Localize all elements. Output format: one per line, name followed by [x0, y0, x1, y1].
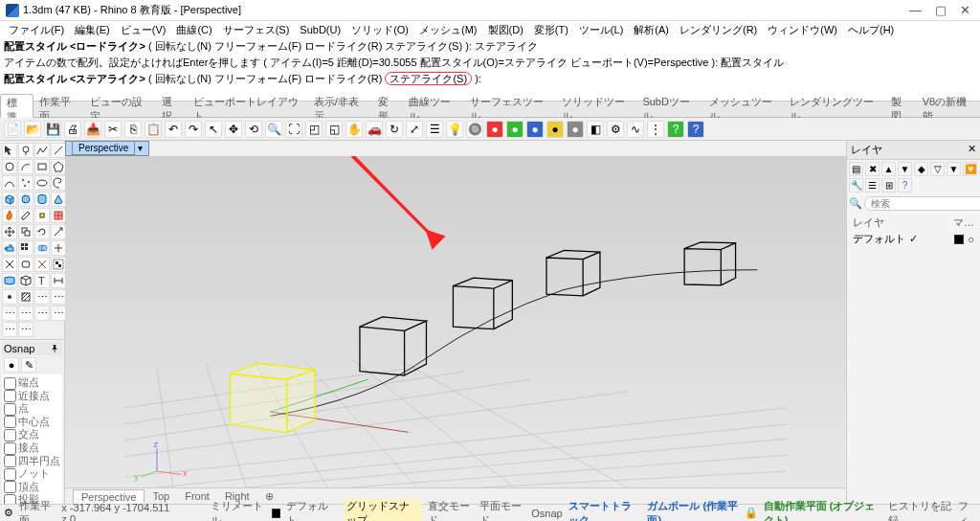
tool-box-icon[interactable] — [2, 192, 17, 207]
tool-bool-icon[interactable] — [34, 240, 50, 256]
zoomwin-icon[interactable]: ◱ — [325, 121, 343, 138]
tool-array-icon[interactable] — [18, 240, 33, 256]
tool-rot-icon[interactable] — [34, 224, 50, 239]
status-autocplane[interactable]: 自動作業平面 (オブジェクト) — [764, 499, 882, 522]
print-icon[interactable]: 🖨 — [64, 121, 81, 138]
layers-icon[interactable]: ☰ — [426, 121, 443, 138]
lp-wrench-icon[interactable]: 🔧 — [849, 178, 863, 193]
tool-text-icon[interactable]: T — [34, 273, 50, 288]
layer-search-input[interactable] — [864, 196, 980, 211]
tool-dim-icon[interactable] — [51, 273, 66, 288]
menu-mesh[interactable]: メッシュ(M) — [414, 22, 482, 38]
tool-more8[interactable]: ⋯ — [18, 322, 33, 337]
tool-hatch-icon[interactable] — [18, 289, 33, 305]
lp-b-icon[interactable]: ▼ — [947, 162, 961, 176]
tool-curve-icon[interactable] — [2, 175, 17, 191]
osnap-point[interactable]: 点 — [4, 402, 60, 416]
status-filter[interactable]: フィ — [958, 499, 976, 522]
tool-more3[interactable]: ⋯ — [2, 306, 17, 321]
maximize-button[interactable]: ▢ — [935, 3, 947, 17]
zoomext-icon[interactable]: ⛶ — [285, 121, 302, 138]
sphere-r-icon[interactable]: ● — [486, 121, 503, 138]
viewport[interactable]: z x y — [65, 156, 846, 487]
zoomsel-icon[interactable]: ◰ — [305, 121, 323, 138]
sphere-g-icon[interactable]: ● — [506, 121, 523, 138]
status-layer-swatch[interactable] — [272, 509, 280, 518]
tool-srf-icon[interactable] — [2, 273, 17, 288]
import-icon[interactable]: 📥 — [84, 121, 101, 138]
tool-trim-icon[interactable] — [51, 240, 66, 256]
bullets-icon[interactable]: ⋮ — [647, 121, 664, 138]
tool-more2[interactable]: ⋯ — [51, 289, 66, 305]
osnap-tan[interactable]: 接点 — [4, 442, 60, 455]
menu-curve[interactable]: 曲線(C) — [171, 22, 216, 38]
status-ortho[interactable]: 直交モード — [428, 499, 474, 522]
status-gear-icon[interactable]: ⚙ — [4, 507, 13, 519]
tool-circle-icon[interactable] — [2, 159, 17, 174]
tool-line-icon[interactable] — [51, 143, 66, 158]
gear-icon[interactable]: ⚙ — [607, 121, 624, 138]
tool-scale-icon[interactable] — [51, 224, 66, 239]
panel-close-icon[interactable]: ✕ — [968, 143, 976, 157]
undo-icon[interactable]: ↶ — [165, 121, 182, 138]
help-grn-icon[interactable]: ? — [667, 121, 684, 138]
osnap-knot[interactable]: ノット — [4, 467, 60, 481]
lp-d-icon[interactable]: ⊞ — [881, 178, 896, 193]
osnap-pin-icon[interactable]: 🖈 — [50, 343, 60, 354]
tool-polyline-icon[interactable] — [34, 143, 50, 158]
lp-color-icon[interactable]: ◆ — [914, 162, 928, 176]
tool-spiral-icon[interactable] — [51, 175, 66, 191]
tool-mesh-icon[interactable] — [18, 273, 33, 288]
tool-rect-icon[interactable] — [34, 159, 50, 174]
rotate2-icon[interactable]: ↻ — [386, 121, 403, 138]
lp-new-icon[interactable]: ▤ — [849, 162, 863, 176]
menu-analyze[interactable]: 解析(A) — [629, 22, 674, 38]
minimize-button[interactable]: — — [909, 3, 922, 17]
status-gumball[interactable]: ガムボール (作業平面) — [647, 499, 738, 522]
status-history[interactable]: ヒストリを記録 — [888, 499, 952, 522]
menu-help[interactable]: ヘルプ(H) — [843, 22, 899, 38]
tool-move-icon[interactable] — [2, 224, 17, 239]
menu-render[interactable]: レンダリング(R) — [675, 22, 762, 38]
menu-draft[interactable]: 製図(D) — [483, 22, 528, 38]
lp-c-icon[interactable]: ☰ — [865, 178, 880, 193]
cmd-option-highlighted[interactable]: ステアライク(S) — [385, 72, 472, 85]
menu-transform[interactable]: 変形(T) — [529, 22, 573, 38]
tool-group-icon[interactable] — [51, 257, 66, 272]
open-icon[interactable]: 📂 — [24, 121, 41, 138]
redo-icon[interactable]: ↷ — [185, 121, 202, 138]
render-icon[interactable]: 🔘 — [466, 121, 483, 138]
tool-edit-icon[interactable] — [18, 208, 33, 223]
tool-join-icon[interactable] — [18, 257, 33, 272]
menu-solid[interactable]: ソリッド(O) — [346, 22, 413, 38]
tool-cone-icon[interactable] — [51, 192, 66, 207]
tool-arrow-icon[interactable] — [2, 143, 17, 158]
osnap-vertex[interactable]: 頂点 — [4, 481, 60, 494]
menu-surface[interactable]: サーフェス(S) — [218, 22, 295, 38]
spline-icon[interactable]: ∿ — [627, 121, 644, 138]
status-cplane[interactable]: 作業平面 — [19, 499, 56, 522]
tool-more6[interactable]: ⋯ — [51, 306, 66, 321]
save-icon[interactable]: 💾 — [44, 121, 61, 138]
car-icon[interactable]: 🚗 — [366, 121, 383, 138]
paste-icon[interactable]: 📋 — [145, 121, 162, 138]
sphere-gr-icon[interactable]: ● — [567, 121, 584, 138]
menu-file[interactable]: ファイル(F) — [4, 22, 69, 38]
props-icon[interactable]: 💡 — [446, 121, 463, 138]
layer-row-default[interactable]: デフォルト ✓ ○ — [851, 231, 976, 247]
menu-window[interactable]: ウィンドウ(W) — [763, 22, 842, 38]
menu-edit[interactable]: 編集(E) — [70, 22, 115, 38]
tool-more5[interactable]: ⋯ — [34, 306, 50, 321]
layer-color-swatch[interactable] — [954, 235, 964, 244]
tool-ellipse-icon[interactable] — [34, 175, 50, 191]
status-layer[interactable]: デフォルト — [286, 499, 332, 522]
status-smarttrack[interactable]: スマートトラック — [568, 499, 642, 522]
tool-lasso-icon[interactable] — [18, 143, 33, 158]
scale-icon[interactable]: ⤢ — [406, 121, 423, 138]
lp-del-icon[interactable]: ✖ — [865, 162, 880, 176]
tool-flame-icon[interactable] — [2, 208, 17, 223]
col-material[interactable]: マ… — [953, 215, 974, 230]
close-button[interactable]: ✕ — [960, 3, 970, 17]
osnap-end[interactable]: 端点 — [4, 376, 60, 390]
lp-a-icon[interactable]: ▽ — [930, 162, 945, 176]
